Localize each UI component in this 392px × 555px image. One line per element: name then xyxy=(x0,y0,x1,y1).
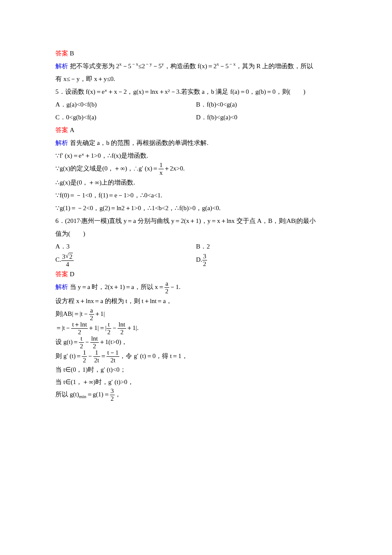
numerator: lnt xyxy=(118,321,126,328)
numerator: a xyxy=(89,307,94,314)
q5-explain-1: 解析 首先确定 a，b 的范围，再根据函数的单调性求解. xyxy=(55,136,337,149)
text: ＝ xyxy=(100,353,107,359)
text: 把不等式变形为 2 xyxy=(70,63,119,69)
fraction: t＋lnt2 xyxy=(71,321,88,335)
text: 当 t∈(1，＋∞)时，g′ (t)>0， xyxy=(55,379,134,385)
text: ＋1| xyxy=(94,310,105,317)
text: 则 g′ (t)＝ xyxy=(55,353,82,359)
numerator: 1 xyxy=(159,162,164,169)
text: 当 y＝a 时，2(x＋1)＝a，所以 x＝ xyxy=(70,283,164,290)
q6-explain-7: 当 t∈(0，1)时，g′ (t)<0； xyxy=(55,364,337,376)
denominator: 2 xyxy=(107,328,112,335)
denominator: 4 xyxy=(61,260,74,268)
answer-line-q5: 答案 A xyxy=(55,124,337,136)
explain-label: 解析 xyxy=(55,283,68,290)
sub-min: min xyxy=(79,394,86,399)
q5-explain-6: ∵g(1)＝－2<0，g(2)＝ln2＋1>0，∴1<b<2，∴f(b)>0，g… xyxy=(55,202,337,214)
q5-explain-4: ∴g(x)是(0，＋∞)上的增函数. xyxy=(55,176,337,189)
text: 值为( ) xyxy=(55,230,85,237)
q6-explain-5: 设 g(t)＝t2－lnt2＋1(t>0)， xyxy=(55,335,337,350)
q5-options-row2: C．0<g(b)<f(a) D．f(b)<g(a)<0 xyxy=(55,111,337,124)
explain-line-q4-1: 解析 把不等式变形为 2x－5－x≤2－y－5y，构造函数 f(x)＝2x－5－… xyxy=(55,60,337,72)
fraction: t2 xyxy=(79,335,84,350)
denominator: 2 xyxy=(118,328,126,335)
text: ∵g(1)＝－2<0，g(2)＝ln2＋1>0，∴1<b<2，∴f(b)>0，g… xyxy=(55,205,221,211)
page-container: 答案 B 解析 把不等式变形为 2x－5－x≤2－y－5y，构造函数 f(x)＝… xyxy=(0,0,392,555)
text: ，其为 R 上的增函数，所以 xyxy=(236,63,314,69)
fraction: t2 xyxy=(107,321,112,335)
sup: －x xyxy=(228,61,236,66)
denominator: 2 xyxy=(90,342,99,350)
answer-label: 答案 xyxy=(55,50,68,57)
q6-options-row1: A．3 B．2 xyxy=(55,240,337,253)
denominator: 2 xyxy=(89,314,94,321)
text: ∴g(x)是(0，＋∞)上的增函数. xyxy=(55,179,135,186)
explain-label: 解析 xyxy=(55,139,68,146)
text: ≤2 xyxy=(138,63,145,69)
text: 有 x≤－y，即 x＋y≤0. xyxy=(55,75,115,82)
denominator: 2 xyxy=(164,287,170,295)
text: 所以 g(t) xyxy=(55,391,79,398)
text: ＋1|. xyxy=(126,324,138,331)
text: 首先确定 a，b 的范围，再根据函数的单调性求解. xyxy=(70,139,208,146)
q6-explain-6: 则 g′ (t)＝12－12t＝t－12t，令 g′ (t)＝0，得 t＝1， xyxy=(55,350,337,364)
numerator: t xyxy=(79,335,84,342)
q5-optC: C．0<g(b)<f(a) xyxy=(55,114,96,121)
text: －1. xyxy=(169,283,180,290)
q5-stem: 5．设函数 f(x)＝eˣ＋x－2，g(x)＝lnx＋x²－3.若实数 a，b … xyxy=(55,85,337,98)
denominator: x xyxy=(159,169,164,176)
sqrt: 2 xyxy=(69,253,73,260)
answer-label: 答案 xyxy=(55,127,68,133)
q6-explain-9: 所以 g(t)min＝g(1)＝32， xyxy=(55,388,337,402)
text: ， xyxy=(115,391,121,398)
text: － xyxy=(111,324,118,331)
q6-stem-2: 值为( ) xyxy=(55,227,337,240)
q5-optD: D．f(b)<g(a)<0 xyxy=(196,114,237,121)
q6-optC-prefix: C. xyxy=(55,256,61,263)
q5-options-row1: A．g(a)<0<f(b) B．f(b)<0<g(a) xyxy=(55,98,337,111)
q5-explain-3: ∵g(x)的定义域是(0，＋∞)，∴g′ (x)＝1x＋2x>0. xyxy=(55,162,337,176)
text: －5 xyxy=(122,63,132,69)
q6-optB: B．2 xyxy=(196,243,210,250)
numerator: a xyxy=(164,280,170,287)
answer-line-q4: 答案 B xyxy=(55,47,337,60)
numerator: 3 xyxy=(202,253,208,260)
text: 则|AB|＝|t－ xyxy=(55,310,89,317)
text: ＝g(1)＝ xyxy=(86,391,110,398)
text: ，构造函数 f(x)＝2 xyxy=(164,63,217,69)
q6-explain-2: 设方程 x＋lnx＝a 的根为 t，则 t＋lnt＝a， xyxy=(55,295,337,307)
text: 6．(2017·惠州一模)直线 y＝a 分别与曲线 y＝2(x＋1)，y＝x＋l… xyxy=(55,217,316,224)
denominator: 2 xyxy=(71,328,88,335)
q6-optD-prefix: D. xyxy=(196,256,202,263)
numerator: t xyxy=(107,321,112,328)
text: 5．设函数 f(x)＝eˣ＋x－2，g(x)＝lnx＋x²－3.若实数 a，b … xyxy=(55,88,306,95)
text: －5 xyxy=(152,63,162,69)
q6-explain-3: 则|AB|＝|t－a2＋1| xyxy=(55,307,337,321)
text: ＋1|＝| xyxy=(88,324,107,331)
fraction: a2 xyxy=(164,280,170,295)
text: 当 t∈(0，1)时，g′ (t)<0； xyxy=(55,366,126,373)
numerator: t＋lnt xyxy=(71,321,88,328)
fraction: 3√24 xyxy=(61,253,74,268)
q6-explain-1: 解析 当 y＝a 时，2(x＋1)＝a，所以 x＝a2－1. xyxy=(55,280,337,295)
fraction: 12t xyxy=(93,350,100,364)
denominator: 2 xyxy=(79,342,84,350)
numerator: 1 xyxy=(82,350,87,356)
explain-label: 解析 xyxy=(55,63,68,69)
sup: －x xyxy=(131,61,138,66)
answer-value-q4: B xyxy=(70,50,74,57)
denominator: 2 xyxy=(202,260,208,267)
text: －5 xyxy=(219,63,229,69)
fraction: a2 xyxy=(89,307,94,321)
fraction: lnt2 xyxy=(118,321,126,335)
numerator: lnt xyxy=(90,335,99,342)
fraction: 12 xyxy=(82,350,87,364)
text: ∵f′ (x)＝eˣ＋1>0，∴f(x)是增函数. xyxy=(55,152,148,159)
explain-line-q4-2: 有 x≤－y，即 x＋y≤0. xyxy=(55,72,337,85)
fraction: 32 xyxy=(202,253,208,267)
q6-options-row2: C.3√24 D.32 xyxy=(55,253,337,268)
fraction: 1x xyxy=(159,162,164,176)
denominator: 2t xyxy=(107,356,120,364)
text: ＋2x>0. xyxy=(164,165,185,172)
fraction: t－12t xyxy=(107,350,120,364)
